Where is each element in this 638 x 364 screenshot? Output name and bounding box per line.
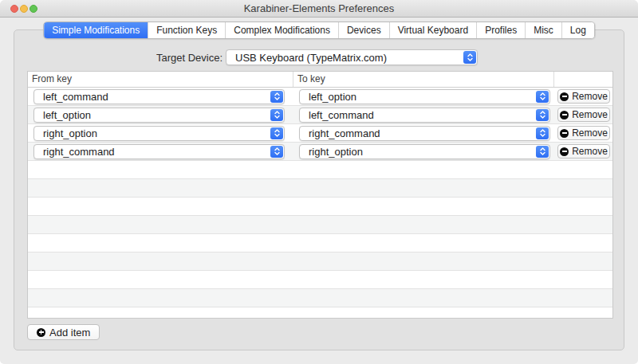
modifications-table: From key To key left_command left_option [27,71,613,319]
tab-content-panel: Target Device: USB Keyboard (TypeMatrix.… [14,29,624,350]
to-key-select[interactable]: right_option [299,144,550,159]
from-key-select[interactable]: left_option [33,108,285,123]
table-body: left_command left_option Remove le [28,88,612,319]
target-device-label: Target Device: [78,50,223,66]
empty-row [28,198,612,216]
from-key-select[interactable]: right_option [33,126,285,141]
target-device-select[interactable]: USB Keyboard (TypeMatrix.com) [226,49,478,65]
column-header-actions [553,72,612,87]
minus-circle-icon [560,111,569,119]
table-row: right_command right_option Remove [28,143,612,161]
tab-profiles[interactable]: Profiles [477,22,526,38]
window-title: Karabiner-Elements Preferences [0,0,638,18]
tab-complex-modifications[interactable]: Complex Modifications [226,22,339,38]
add-item-button[interactable]: Add item [27,324,100,340]
table-row: left_command left_option Remove [28,88,612,106]
tab-misc[interactable]: Misc [526,22,562,38]
empty-row [28,161,612,179]
target-device-value: USB Keyboard (TypeMatrix.com) [226,52,387,64]
table-row: left_option left_command Remove [28,106,612,124]
empty-row [28,252,612,271]
tab-function-keys[interactable]: Function Keys [148,22,226,38]
chevron-updown-icon [536,109,549,121]
chevron-updown-icon [270,109,283,121]
empty-row [28,271,612,289]
minus-circle-icon [560,129,569,138]
chevron-updown-icon [536,146,549,158]
titlebar: Karabiner-Elements Preferences [0,0,638,18]
tab-log[interactable]: Log [562,22,594,38]
chevron-updown-icon [270,127,283,139]
from-key-select[interactable]: right_command [33,144,285,159]
empty-row [28,307,612,319]
empty-row [28,216,612,234]
to-key-select[interactable]: right_command [299,126,550,141]
minus-circle-icon [560,147,569,156]
minus-circle-icon [560,92,569,101]
remove-button[interactable]: Remove [557,126,610,140]
chevron-updown-icon [270,91,283,103]
empty-row [28,179,612,198]
app-window: Karabiner-Elements Preferences Target De… [0,0,638,364]
chevron-updown-icon [536,91,549,103]
empty-row [28,234,612,252]
chevron-updown-icon [536,127,549,139]
remove-button[interactable]: Remove [557,144,610,159]
column-header-to-key: To key [293,72,553,87]
to-key-select[interactable]: left_option [299,89,550,104]
plus-circle-icon [37,328,45,337]
add-item-label: Add item [49,327,90,339]
empty-row [28,289,612,307]
from-key-select[interactable]: left_command [33,89,285,104]
tab-virtual-keyboard[interactable]: Virtual Keyboard [390,22,478,38]
tab-devices[interactable]: Devices [339,22,390,38]
chevron-updown-icon [270,146,283,158]
tab-bar: Simple ModificationsFunction KeysComplex… [43,22,595,39]
column-header-from-key: From key [28,72,293,87]
remove-button[interactable]: Remove [557,89,610,104]
to-key-select[interactable]: left_command [299,108,550,123]
table-header: From key To key [28,72,612,88]
table-row: right_option right_command Remove [28,124,612,143]
tab-simple-modifications[interactable]: Simple Modifications [44,22,148,38]
remove-button[interactable]: Remove [557,108,610,122]
chevron-updown-icon [463,51,476,64]
